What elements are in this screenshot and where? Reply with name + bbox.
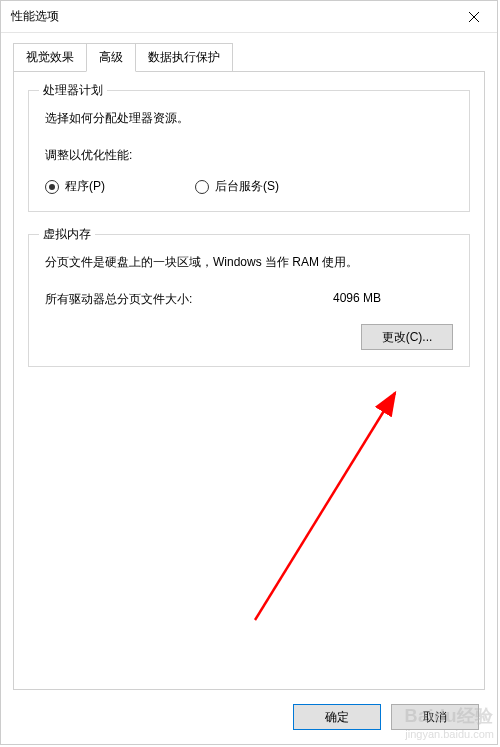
tab-visual-effects[interactable]: 视觉效果 <box>13 43 87 72</box>
radio-background-label: 后台服务(S) <box>215 178 279 195</box>
vm-group-title: 虚拟内存 <box>39 226 95 243</box>
processor-desc: 选择如何分配处理器资源。 <box>45 109 453 127</box>
close-icon <box>469 12 479 22</box>
dialog-footer: 确定 取消 <box>1 690 497 744</box>
vm-button-row: 更改(C)... <box>45 324 453 350</box>
radio-icon <box>45 180 59 194</box>
performance-options-window: 性能选项 视觉效果 高级 数据执行保护 处理器计划 选择如何分配处理器资源。 调… <box>0 0 498 745</box>
content-area: 视觉效果 高级 数据执行保护 处理器计划 选择如何分配处理器资源。 调整以优化性… <box>1 33 497 690</box>
processor-scheduling-group: 处理器计划 选择如何分配处理器资源。 调整以优化性能: 程序(P) 后台服务(S… <box>28 90 470 212</box>
titlebar: 性能选项 <box>1 1 497 33</box>
window-title: 性能选项 <box>11 8 451 25</box>
vm-size-value: 4096 MB <box>333 291 453 308</box>
radio-icon <box>195 180 209 194</box>
processor-group-title: 处理器计划 <box>39 82 107 99</box>
virtual-memory-group: 虚拟内存 分页文件是硬盘上的一块区域，Windows 当作 RAM 使用。 所有… <box>28 234 470 367</box>
vm-desc: 分页文件是硬盘上的一块区域，Windows 当作 RAM 使用。 <box>45 253 453 271</box>
radio-programs-label: 程序(P) <box>65 178 105 195</box>
cancel-button[interactable]: 取消 <box>391 704 479 730</box>
tab-dep[interactable]: 数据执行保护 <box>135 43 233 72</box>
ok-button[interactable]: 确定 <box>293 704 381 730</box>
vm-size-row: 所有驱动器总分页文件大小: 4096 MB <box>45 291 453 308</box>
change-button[interactable]: 更改(C)... <box>361 324 453 350</box>
tab-strip: 视觉效果 高级 数据执行保护 <box>13 43 485 72</box>
tab-advanced[interactable]: 高级 <box>86 43 136 72</box>
radio-background-services[interactable]: 后台服务(S) <box>195 178 279 195</box>
vm-size-label: 所有驱动器总分页文件大小: <box>45 291 333 308</box>
tab-panel-advanced: 处理器计划 选择如何分配处理器资源。 调整以优化性能: 程序(P) 后台服务(S… <box>13 71 485 690</box>
radio-row: 程序(P) 后台服务(S) <box>45 178 453 195</box>
close-button[interactable] <box>451 1 497 33</box>
radio-programs[interactable]: 程序(P) <box>45 178 105 195</box>
optimize-label: 调整以优化性能: <box>45 147 453 164</box>
